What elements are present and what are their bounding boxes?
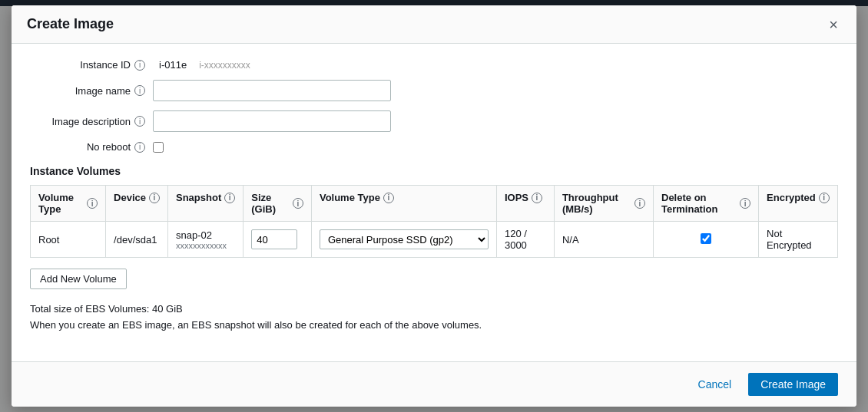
modal-header: Create Image × <box>12 5 856 6</box>
create-image-modal: Create Image × Instance ID i i-011e i-xx… <box>12 5 856 6</box>
